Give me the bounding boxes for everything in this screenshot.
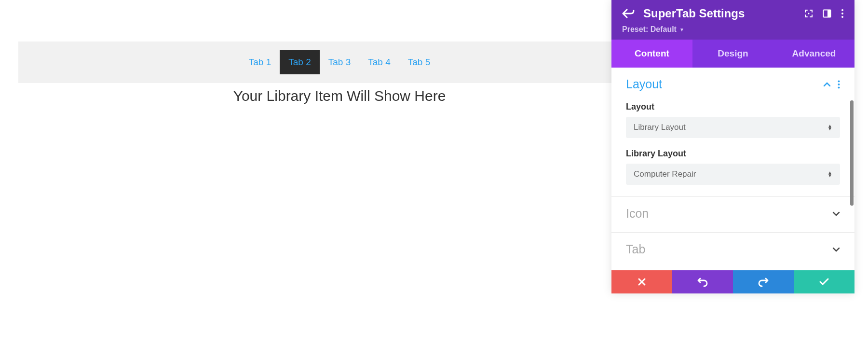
save-button[interactable] — [794, 270, 854, 293]
select-library-layout[interactable]: Computer Repair ▲▼ — [626, 164, 840, 185]
select-layout-value: Library Layout — [634, 123, 686, 132]
svg-point-3 — [841, 9, 843, 11]
supertab-item-1[interactable]: Tab 1 — [240, 50, 280, 74]
preset-selector[interactable]: Preset: Default ▼ — [622, 25, 684, 34]
settings-panel-header: SuperTab Settings Preset: Default ▼ — [611, 0, 854, 40]
settings-title-row: SuperTab Settings — [622, 7, 844, 20]
supertab-item-5[interactable]: Tab 5 — [399, 50, 439, 74]
library-placeholder-text: Your Library Item Will Show Here — [18, 83, 661, 104]
section-icon-toggle[interactable]: Icon — [626, 207, 840, 221]
section-options-icon[interactable] — [838, 80, 840, 89]
section-tab: Tab — [611, 233, 854, 268]
kebab-menu-icon[interactable] — [841, 9, 844, 18]
section-layout-title: Layout — [626, 77, 662, 91]
dock-icon[interactable] — [823, 9, 831, 18]
section-layout-toggle[interactable]: Layout — [626, 77, 840, 91]
svg-point-4 — [841, 13, 843, 14]
undo-button[interactable] — [672, 270, 733, 293]
supertab-item-2[interactable]: Tab 2 — [280, 50, 319, 74]
supertab-item-3[interactable]: Tab 3 — [320, 50, 359, 74]
close-button[interactable] — [611, 270, 672, 293]
svg-rect-2 — [827, 10, 831, 17]
back-arrow-icon[interactable] — [622, 8, 635, 19]
chevron-up-icon[interactable] — [823, 82, 831, 87]
redo-button[interactable] — [733, 270, 794, 293]
svg-point-0 — [808, 13, 810, 14]
tab-design[interactable]: Design — [692, 40, 773, 68]
select-arrows-icon: ▲▼ — [827, 125, 832, 130]
svg-point-6 — [838, 80, 840, 82]
scrollbar-thumb[interactable] — [850, 100, 854, 206]
settings-footer — [611, 270, 854, 293]
svg-point-5 — [841, 16, 843, 18]
chevron-down-icon[interactable] — [832, 247, 840, 252]
tab-content[interactable]: Content — [611, 40, 692, 68]
tab-advanced[interactable]: Advanced — [773, 40, 854, 68]
select-layout[interactable]: Library Layout ▲▼ — [626, 117, 840, 138]
supertab-strip: Tab 1 Tab 2 Tab 3 Tab 4 Tab 5 — [18, 42, 661, 83]
section-icon-title: Icon — [626, 207, 649, 221]
settings-header-actions — [804, 9, 844, 18]
settings-tabs: Content Design Advanced — [611, 40, 854, 68]
field-library-layout: Library Layout Computer Repair ▲▼ — [626, 149, 840, 185]
settings-panel: SuperTab Settings Preset: Default ▼ Cont… — [611, 0, 854, 293]
preset-label: Preset: Default — [622, 25, 677, 34]
select-library-layout-value: Computer Repair — [634, 169, 696, 179]
field-layout-label: Layout — [626, 102, 840, 112]
builder-canvas: Tab 1 Tab 2 Tab 3 Tab 4 Tab 5 Your Libra… — [18, 42, 661, 104]
expand-icon[interactable] — [804, 9, 813, 18]
field-library-layout-label: Library Layout — [626, 149, 840, 159]
svg-point-8 — [838, 86, 840, 88]
caret-down-icon: ▼ — [679, 27, 684, 32]
supertab-list: Tab 1 Tab 2 Tab 3 Tab 4 Tab 5 — [240, 50, 439, 74]
section-tab-toggle[interactable]: Tab — [626, 242, 840, 256]
chevron-down-icon[interactable] — [832, 211, 840, 216]
svg-point-7 — [838, 84, 840, 85]
settings-body: Layout Layout Library Layout ▲▼ — [611, 68, 854, 270]
section-layout: Layout Layout Library Layout ▲▼ — [611, 68, 854, 197]
select-arrows-icon: ▲▼ — [827, 171, 832, 177]
section-layout-controls — [823, 80, 840, 89]
settings-panel-title: SuperTab Settings — [643, 7, 798, 20]
section-tab-title: Tab — [626, 242, 645, 256]
field-layout: Layout Library Layout ▲▼ — [626, 102, 840, 138]
section-icon: Icon — [611, 197, 854, 233]
supertab-item-4[interactable]: Tab 4 — [359, 50, 399, 74]
